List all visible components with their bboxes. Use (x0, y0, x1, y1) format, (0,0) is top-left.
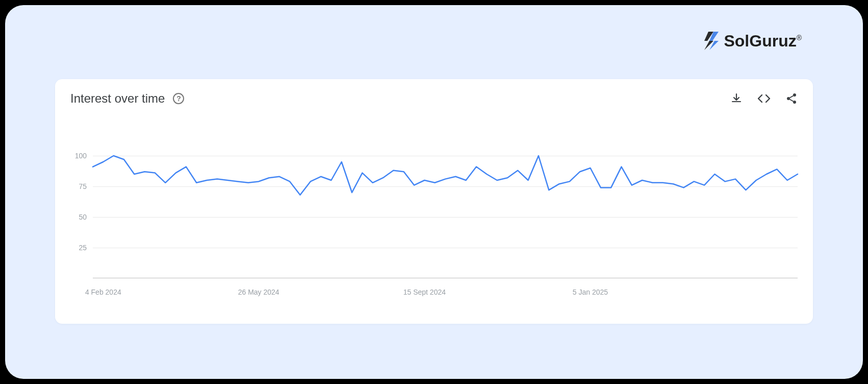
svg-point-0 (793, 93, 796, 97)
y-axis-labels: 255075100 (70, 156, 90, 278)
page-frame: SolGuruz® Interest over time ? (5, 5, 863, 379)
card-actions (730, 92, 798, 105)
y-tick-label: 25 (79, 244, 87, 252)
x-axis-labels: 4 Feb 202426 May 202415 Sept 20245 Jan 2… (93, 288, 798, 298)
x-tick-label: 5 Jan 2025 (573, 288, 608, 296)
card-title-wrap: Interest over time ? (70, 91, 184, 106)
chart-area: 255075100 4 Feb 202426 May 202415 Sept 2… (70, 156, 798, 308)
y-tick-label: 100 (75, 152, 87, 160)
brand-logo: SolGuruz® (702, 30, 802, 52)
solguruz-icon (702, 30, 721, 52)
card-title: Interest over time (70, 91, 165, 106)
x-tick-label: 15 Sept 2024 (403, 288, 446, 296)
download-icon[interactable] (730, 92, 743, 105)
brand-name: SolGuruz® (724, 32, 802, 51)
line-chart-svg (93, 156, 798, 278)
x-tick-label: 4 Feb 2024 (85, 288, 121, 296)
y-tick-label: 50 (79, 213, 87, 221)
y-tick-label: 75 (79, 182, 87, 190)
svg-point-2 (793, 101, 796, 104)
card-header: Interest over time ? (55, 79, 813, 106)
svg-point-1 (787, 97, 790, 100)
embed-icon[interactable] (757, 92, 771, 105)
chart-card: Interest over time ? (55, 79, 813, 324)
share-icon[interactable] (785, 92, 798, 105)
help-icon[interactable]: ? (173, 93, 184, 104)
plot-region (93, 156, 798, 278)
x-tick-label: 26 May 2024 (238, 288, 279, 296)
series-line (93, 156, 798, 195)
